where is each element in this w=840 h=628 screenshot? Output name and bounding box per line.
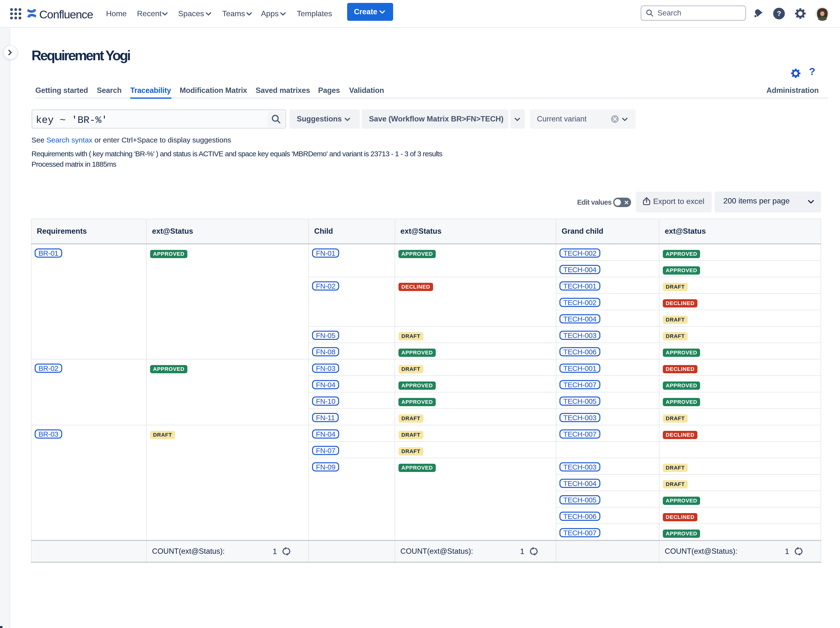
svg-text:?: ? <box>777 10 781 17</box>
